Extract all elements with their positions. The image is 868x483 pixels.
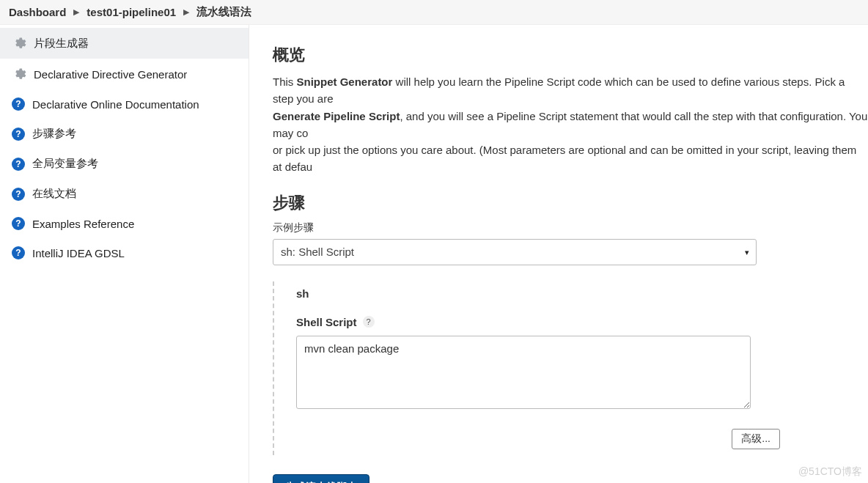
sample-step-select[interactable]: sh: Shell Script xyxy=(273,239,757,265)
steps-heading: 步骤 xyxy=(273,192,868,214)
chevron-right-icon: ▶ xyxy=(73,7,79,17)
sidebar: 片段生成器 Declarative Directive Generator ? … xyxy=(0,25,249,483)
step-config-block: sh Shell Script ? mvn clean package 高级..… xyxy=(273,281,771,455)
help-icon: ? xyxy=(12,128,25,141)
breadcrumb-item[interactable]: Dashboard xyxy=(9,6,66,18)
sidebar-item-label: IntelliJ IDEA GDSL xyxy=(32,247,125,259)
sidebar-item-intellij-gdsl[interactable]: ? IntelliJ IDEA GDSL xyxy=(0,238,249,268)
overview-heading: 概览 xyxy=(273,44,868,66)
sidebar-item-label: Examples Reference xyxy=(32,218,134,230)
gear-icon xyxy=(12,67,26,81)
sidebar-item-global-vars-reference[interactable]: ? 全局变量参考 xyxy=(0,149,249,179)
help-icon: ? xyxy=(12,97,25,111)
sidebar-item-label: Declarative Directive Generator xyxy=(34,68,187,81)
sidebar-item-label: 片段生成器 xyxy=(34,37,89,51)
shell-script-input[interactable]: mvn clean package xyxy=(296,336,751,409)
main-content: 概览 This Snippet Generator will help you … xyxy=(249,25,868,483)
sidebar-item-label: Declarative Online Documentation xyxy=(32,98,199,111)
breadcrumb-item[interactable]: 流水线语法 xyxy=(196,5,251,19)
sidebar-item-declarative-online-docs[interactable]: ? Declarative Online Documentation xyxy=(0,89,249,119)
generate-script-button[interactable]: 生成流水线脚本 xyxy=(273,474,369,484)
sidebar-item-label: 全局变量参考 xyxy=(32,157,98,171)
shell-script-label: Shell Script xyxy=(296,316,357,328)
sidebar-item-label: 步骤参考 xyxy=(32,127,76,141)
sidebar-item-online-docs[interactable]: ? 在线文档 xyxy=(0,179,249,209)
advanced-button[interactable]: 高级... xyxy=(732,429,780,449)
overview-intro: This Snippet Generator will help you lea… xyxy=(273,73,868,176)
sidebar-item-label: 在线文档 xyxy=(32,187,76,201)
gear-icon xyxy=(12,36,26,51)
sidebar-item-declarative-directive-generator[interactable]: Declarative Directive Generator xyxy=(0,59,249,89)
sidebar-item-snippet-generator[interactable]: 片段生成器 xyxy=(0,28,249,59)
sample-step-label: 示例步骤 xyxy=(273,221,868,235)
breadcrumb: Dashboard ▶ test01-pipeline01 ▶ 流水线语法 xyxy=(0,0,868,25)
step-config-title: sh xyxy=(296,287,771,300)
watermark: @51CTO博客 xyxy=(798,465,862,479)
help-icon: ? xyxy=(12,158,25,171)
help-icon[interactable]: ? xyxy=(363,316,375,328)
sidebar-item-examples-reference[interactable]: ? Examples Reference xyxy=(0,209,249,238)
help-icon: ? xyxy=(12,188,25,201)
breadcrumb-item[interactable]: test01-pipeline01 xyxy=(87,6,176,18)
sidebar-item-step-reference[interactable]: ? 步骤参考 xyxy=(0,119,249,149)
help-icon: ? xyxy=(12,246,25,259)
chevron-right-icon: ▶ xyxy=(183,7,189,17)
help-icon: ? xyxy=(12,217,25,230)
